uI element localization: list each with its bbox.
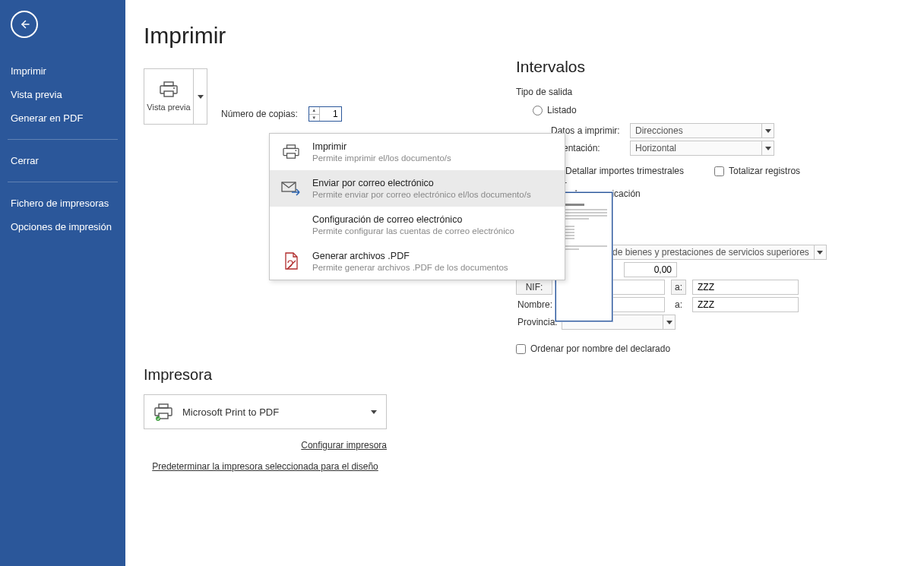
menu-item-title: Configuración de correo electrónico [312, 214, 554, 225]
printer-select[interactable]: Microsoft Print to PDF [144, 394, 387, 429]
menu-item-imprimir[interactable]: Imprimir Permite imprimir el/los documen… [270, 134, 565, 170]
chevron-down-icon [198, 95, 204, 99]
mail-send-icon [281, 181, 301, 196]
svg-rect-10 [159, 404, 168, 408]
tipo-salida-label: Tipo de salida [516, 87, 906, 97]
nombre-to-input[interactable] [692, 297, 799, 312]
impresora-heading: Impresora [144, 366, 508, 384]
preview-button-dropdown[interactable] [193, 69, 207, 124]
sidebar-item-generar-pdf[interactable]: Generar en PDF [0, 106, 125, 130]
default-printer-link[interactable]: Predeterminar la impresora seleccionada … [152, 461, 378, 472]
importe-input[interactable] [624, 262, 677, 277]
chk-totalizar[interactable] [714, 166, 724, 176]
arrow-left-icon [17, 17, 31, 31]
orientacion-combo[interactable]: Horizontal [630, 141, 774, 156]
chk-totalizar-label: Totalizar registros [729, 166, 800, 176]
sidebar-item-fichero-impresoras[interactable]: Fichero de impresoras [0, 191, 125, 215]
nif-button[interactable]: NIF: [516, 280, 552, 295]
sidebar-item-cerrar[interactable]: Cerrar [0, 149, 125, 172]
pdf-icon [283, 252, 299, 270]
chk-detallar-label: Detallar importes trimestrales [565, 166, 684, 176]
menu-item-enviar-correo[interactable]: Enviar por correo electrónico Permite en… [270, 170, 565, 207]
radio-listado-label: Listado [547, 105, 577, 115]
menu-item-desc: Permite imprimir el/los documento/s [312, 153, 554, 163]
svg-point-3 [173, 87, 175, 89]
spinner-up[interactable]: ▲ [309, 107, 319, 115]
page-title: Imprimir [144, 23, 508, 49]
nombre-a-label: a: [671, 299, 686, 310]
main-area: ar Imprimir Vista previa [125, 0, 924, 566]
preview-button-main[interactable]: Vista previa [144, 69, 193, 124]
preview-dropdown-menu: Imprimir Permite imprimir el/los documen… [269, 133, 565, 280]
chevron-down-icon [765, 147, 771, 150]
svg-rect-5 [287, 145, 296, 149]
copies-input[interactable] [320, 107, 341, 121]
preview-button-label: Vista previa [147, 103, 190, 112]
copies-spinner[interactable]: ▲ ▼ [309, 106, 342, 122]
sidebar-divider [8, 139, 118, 140]
nif-a-label: a: [671, 280, 686, 295]
menu-item-title: Generar archivos .PDF [312, 251, 554, 261]
svg-rect-1 [164, 82, 173, 86]
config-printer-link[interactable]: Configurar impresora [301, 440, 387, 451]
chevron-down-icon [371, 410, 377, 414]
chk-ordenar[interactable] [516, 344, 526, 354]
datos-imprimir-value: Direcciones [631, 125, 761, 136]
menu-item-title: Enviar por correo electrónico [312, 178, 554, 188]
printer-ready-icon [153, 403, 173, 421]
chevron-down-icon [765, 129, 771, 133]
sidebar-item-opciones-impresion[interactable]: Opciones de impresión [0, 215, 125, 239]
nif-to-input[interactable] [692, 280, 799, 295]
orientacion-value: Horizontal [631, 143, 761, 153]
left-column: Imprimir Vista previa Número de copias: [144, 15, 508, 551]
menu-item-generar-pdf[interactable]: Generar archivos .PDF Permite generar ar… [270, 243, 565, 280]
intervalos-heading: Intervalos [516, 58, 906, 76]
copies-row: Vista previa Número de copias: ▲ ▼ [144, 68, 508, 125]
datos-imprimir-combo[interactable]: Direcciones [630, 123, 774, 138]
radio-listado[interactable] [533, 106, 543, 115]
sidebar: Imprimir Vista previa Generar en PDF Cer… [0, 0, 125, 566]
sidebar-item-vista-previa[interactable]: Vista previa [0, 83, 125, 106]
preview-split-button[interactable]: Vista previa [144, 68, 207, 125]
chevron-down-icon [666, 321, 672, 324]
svg-rect-2 [164, 91, 173, 96]
provincia-label: Provincia: [516, 317, 555, 327]
back-button[interactable] [11, 11, 38, 38]
menu-item-config-correo[interactable]: Configuración de correo electrónico Perm… [270, 207, 565, 243]
svg-point-7 [295, 150, 296, 151]
menu-item-desc: Permite enviar por correo electrónico el… [312, 190, 554, 199]
spinner-down[interactable]: ▼ [309, 115, 319, 122]
nombre-label: Nombre: [516, 299, 552, 310]
printer-icon [282, 144, 300, 160]
svg-rect-6 [287, 153, 296, 158]
printer-icon [159, 81, 179, 98]
chevron-down-icon [817, 251, 823, 255]
chk-ordenar-label: Ordenar por nombre del declarado [530, 343, 670, 354]
printer-name: Microsoft Print to PDF [182, 406, 362, 418]
menu-item-desc: Permite generar archivos .PDF de los doc… [312, 263, 554, 272]
menu-item-desc: Permite configurar las cuentas de correo… [312, 226, 554, 236]
sidebar-item-imprimir[interactable]: Imprimir [0, 59, 125, 83]
menu-item-title: Imprimir [312, 141, 554, 152]
copies-label: Número de copias: [221, 109, 298, 119]
sidebar-divider [8, 182, 118, 182]
